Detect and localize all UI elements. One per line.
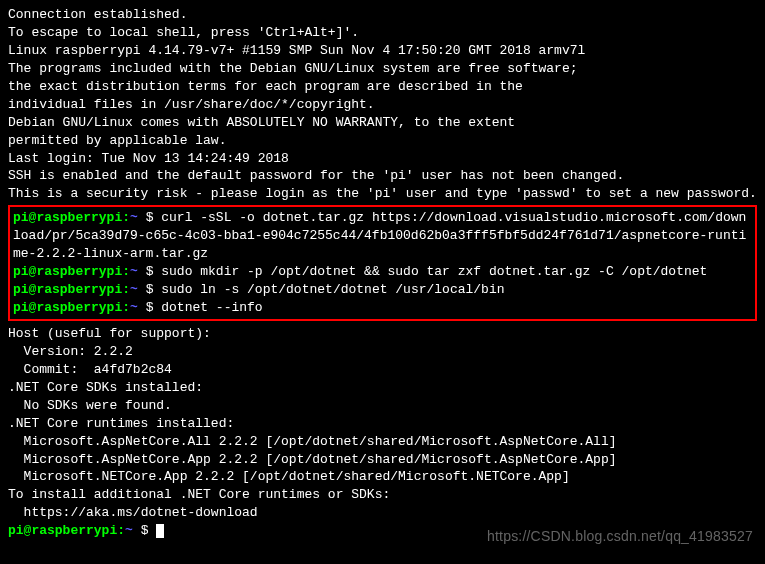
motd-line: Debian GNU/Linux comes with ABSOLUTELY N…	[8, 114, 757, 132]
motd-line: To escape to local shell, press 'Ctrl+Al…	[8, 24, 757, 42]
motd-line: This is a security risk - please login a…	[8, 185, 757, 203]
command-highlight-box: pi@raspberrypi:~ $ curl -sSL -o dotnet.t…	[8, 205, 757, 321]
output-line: Commit: a4fd7b2c84	[8, 361, 757, 379]
command-text: sudo mkdir -p /opt/dotnet && sudo tar zx…	[161, 264, 707, 279]
output-line: Host (useful for support):	[8, 325, 757, 343]
output-line: .NET Core SDKs installed:	[8, 379, 757, 397]
output-line: .NET Core runtimes installed:	[8, 415, 757, 433]
output-line: Microsoft.AspNetCore.App 2.2.2 [/opt/dot…	[8, 451, 757, 469]
prompt-user-host: pi@raspberrypi	[13, 210, 122, 225]
motd-line: Linux raspberrypi 4.14.79-v7+ #1159 SMP …	[8, 42, 757, 60]
prompt-user-host: pi@raspberrypi	[13, 300, 122, 315]
prompt-colon: :	[122, 210, 130, 225]
prompt-user-host: pi@raspberrypi	[13, 282, 122, 297]
command-text: dotnet --info	[161, 300, 262, 315]
prompt-path: ~	[125, 523, 133, 538]
active-prompt-line[interactable]: pi@raspberrypi:~ $	[8, 522, 757, 540]
prompt-colon: :	[122, 264, 130, 279]
output-line: https://aka.ms/dotnet-download	[8, 504, 757, 522]
motd-line: SSH is enabled and the default password …	[8, 167, 757, 185]
command-line: pi@raspberrypi:~ $ sudo ln -s /opt/dotne…	[13, 281, 752, 299]
prompt-user-host: pi@raspberrypi	[8, 523, 117, 538]
output-line: Version: 2.2.2	[8, 343, 757, 361]
prompt-colon: :	[122, 282, 130, 297]
output-line: Microsoft.AspNetCore.All 2.2.2 [/opt/dot…	[8, 433, 757, 451]
prompt-path: ~	[130, 282, 138, 297]
output-line: To install additional .NET Core runtimes…	[8, 486, 757, 504]
cursor-icon	[156, 524, 164, 538]
prompt-path: ~	[130, 210, 138, 225]
prompt-marker: $	[138, 300, 161, 315]
output-line: Microsoft.NETCore.App 2.2.2 [/opt/dotnet…	[8, 468, 757, 486]
prompt-path: ~	[130, 264, 138, 279]
prompt-colon: :	[117, 523, 125, 538]
prompt-marker: $	[138, 210, 161, 225]
output-line: No SDKs were found.	[8, 397, 757, 415]
motd-line: the exact distribution terms for each pr…	[8, 78, 757, 96]
prompt-colon: :	[122, 300, 130, 315]
motd-line: The programs included with the Debian GN…	[8, 60, 757, 78]
motd-line: Connection established.	[8, 6, 757, 24]
command-text: sudo ln -s /opt/dotnet/dotnet /usr/local…	[161, 282, 504, 297]
prompt-path: ~	[130, 300, 138, 315]
command-line: pi@raspberrypi:~ $ curl -sSL -o dotnet.t…	[13, 209, 752, 263]
prompt-marker: $	[138, 282, 161, 297]
prompt-marker: $	[133, 523, 156, 538]
motd-line: individual files in /usr/share/doc/*/cop…	[8, 96, 757, 114]
terminal-output: Connection established. To escape to loc…	[8, 6, 757, 540]
motd-line: permitted by applicable law.	[8, 132, 757, 150]
prompt-marker: $	[138, 264, 161, 279]
command-line: pi@raspberrypi:~ $ dotnet --info	[13, 299, 752, 317]
motd-line: Last login: Tue Nov 13 14:24:49 2018	[8, 150, 757, 168]
command-line: pi@raspberrypi:~ $ sudo mkdir -p /opt/do…	[13, 263, 752, 281]
prompt-user-host: pi@raspberrypi	[13, 264, 122, 279]
